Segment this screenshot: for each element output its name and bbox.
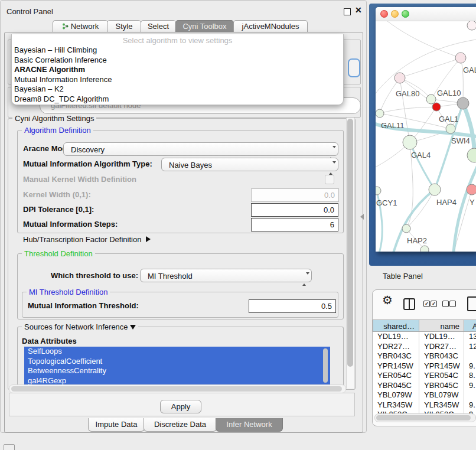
table-row[interactable]: YER054CYER054C8. bbox=[373, 371, 476, 381]
panel-splitter-arrow-icon[interactable] bbox=[360, 214, 364, 220]
svg-text:HAP4: HAP4 bbox=[436, 198, 457, 207]
popup-item[interactable]: Basic Correlation Inference bbox=[14, 56, 341, 66]
aracne-mode-combo[interactable]: Discovery bbox=[63, 142, 338, 156]
column-header-shared-name[interactable]: shared… bbox=[373, 319, 419, 332]
sources-title: Sources for Network Inference bbox=[24, 322, 128, 331]
hidden-algorithm-combo-fragment[interactable] bbox=[348, 58, 360, 77]
list-item-selected[interactable]: BetweennessCentrality bbox=[24, 366, 330, 376]
close-traffic-light-icon[interactable] bbox=[380, 10, 388, 18]
tab-discretize-data[interactable]: Discretize Data bbox=[144, 418, 217, 432]
hub-expander-label: Hub/Transcription Factor Definition bbox=[23, 235, 141, 244]
expander-collapsed-icon bbox=[146, 236, 151, 242]
cyni-algorithm-settings-title: Cyni Algorithm Settings bbox=[12, 114, 96, 123]
tab-infer-network[interactable]: Infer Network bbox=[216, 418, 283, 432]
column-header-partial[interactable]: A bbox=[464, 319, 476, 332]
tab-cyni-toolbox[interactable]: Cyni Toolbox bbox=[175, 20, 234, 32]
panel-title: Control Panel bbox=[6, 7, 53, 16]
node-swi4 bbox=[467, 148, 476, 162]
which-threshold-combo[interactable]: MI Threshold bbox=[140, 269, 312, 282]
node-partial-bottom bbox=[420, 246, 429, 252]
column-divider bbox=[464, 332, 464, 415]
close-icon[interactable]: ✕ bbox=[355, 5, 362, 15]
network-canvas[interactable]: GAL80 GAL10 GAL11 GAL1 SWI4 GAL4 GCY1 HA… bbox=[376, 21, 476, 252]
table-row[interactable]: YBR045CYBR045C9. bbox=[373, 381, 476, 391]
deselect-all-checkbox-icon[interactable] bbox=[449, 301, 456, 307]
kernel-width-input[interactable]: 0.0 bbox=[251, 188, 339, 202]
stepper-arrows-icon bbox=[302, 272, 307, 286]
which-threshold-value: MI Threshold bbox=[148, 272, 193, 281]
select-all-checkbox-icon[interactable]: ✓ bbox=[423, 301, 430, 307]
tab-jactivemnodules[interactable]: jActiveMNodules bbox=[233, 20, 308, 32]
tab-select-label: Select bbox=[148, 22, 169, 31]
data-attributes-label: Data Attributes bbox=[22, 337, 77, 346]
mi-threshold-label: Mutual Information Threshold: bbox=[28, 301, 139, 311]
list-item-selected[interactable]: SelfLoops bbox=[24, 347, 330, 357]
zoom-traffic-light-icon[interactable] bbox=[402, 10, 409, 18]
screen: Control Panel ✕ Network Style Select Cyn… bbox=[0, 0, 476, 450]
network-view-window: GAL80 GAL10 GAL11 GAL1 SWI4 GAL4 GCY1 HA… bbox=[376, 7, 476, 252]
node-gal1 bbox=[446, 124, 455, 133]
mi-threshold-input[interactable]: 0.5 bbox=[249, 299, 336, 313]
list-scrollbar[interactable] bbox=[323, 348, 328, 383]
node-gal4 bbox=[403, 135, 417, 149]
tab-impute-data[interactable]: Impute Data bbox=[88, 418, 145, 432]
popup-item[interactable]: Bayesian – K2 bbox=[14, 84, 341, 94]
node-hap4 bbox=[429, 184, 441, 195]
mi-steps-input[interactable]: 6 bbox=[251, 218, 338, 231]
table-row[interactable]: YBL079WYBL079W bbox=[373, 390, 476, 400]
mi-steps-label: Mutual Information Steps: bbox=[23, 220, 118, 229]
svg-text:Y: Y bbox=[470, 198, 475, 207]
svg-text:GAL4: GAL4 bbox=[411, 151, 431, 159]
svg-text:GAL10: GAL10 bbox=[437, 89, 461, 97]
minimized-panel-icon[interactable] bbox=[4, 444, 15, 450]
tab-select[interactable]: Select bbox=[141, 20, 176, 32]
list-item-selected[interactable]: TopologicalCoefficient bbox=[24, 357, 330, 367]
table-horizontal-scrollbar-thumb[interactable] bbox=[376, 415, 471, 420]
table-row[interactable]: YBR043CYBR043C bbox=[373, 351, 476, 361]
table-panel-window: ⚙ ✓ ✓ shared… name A YDL19…YDL19…13 YDR2… bbox=[372, 289, 476, 426]
network-node-labels: GAL80 GAL10 GAL11 GAL1 SWI4 GAL4 GCY1 HA… bbox=[376, 66, 476, 245]
dpi-tolerance-label: DPI Tolerance [0,1]: bbox=[23, 205, 94, 214]
table-row[interactable]: YDL19…YDL19…13 bbox=[373, 332, 476, 342]
mi-type-combo[interactable]: Naive Bayes bbox=[161, 158, 338, 171]
popup-item[interactable]: Bayesian – Hill Climbing bbox=[14, 45, 341, 56]
hub-expander[interactable]: Hub/Transcription Factor Definition bbox=[23, 235, 151, 244]
which-threshold-label: Which threshold to use: bbox=[51, 271, 138, 281]
node-gray bbox=[457, 97, 469, 109]
export-table-icon[interactable] bbox=[467, 296, 476, 311]
column-divider bbox=[419, 332, 419, 415]
table-row[interactable]: YPR145WYPR145W9. bbox=[373, 361, 476, 371]
table-row[interactable]: YLR345WYLR345W9. bbox=[373, 400, 476, 410]
dpi-tolerance-input[interactable]: 0.0 bbox=[251, 203, 338, 217]
algorithm-definition-title: Algorithm Definition bbox=[22, 126, 93, 135]
tab-style[interactable]: Style bbox=[107, 20, 141, 32]
tab-network-label: Network bbox=[71, 22, 99, 31]
manual-kernel-checkbox[interactable] bbox=[325, 175, 334, 184]
popup-item[interactable]: Dream8 DC_TDC Algorithm bbox=[14, 94, 341, 105]
node-gcy1 bbox=[376, 187, 381, 195]
mi-type-label: Mutual Information Algorithm Type: bbox=[23, 159, 152, 169]
aracne-mode-value: Discovery bbox=[71, 145, 105, 154]
node-gal-top bbox=[455, 53, 466, 63]
popup-item-selected[interactable]: ARACNE Algorithm bbox=[14, 65, 341, 75]
settings-horizontal-scrollbar-thumb[interactable] bbox=[11, 386, 342, 392]
select-all-checkbox-icon[interactable]: ✓ bbox=[431, 301, 437, 307]
network-window-titlebar[interactable] bbox=[376, 7, 476, 21]
float-window-icon[interactable] bbox=[344, 8, 351, 15]
node-salmon bbox=[467, 184, 476, 195]
popup-item[interactable]: Mutual Information Inference bbox=[14, 75, 341, 85]
tab-style-label: Style bbox=[116, 22, 133, 31]
node-gal11 bbox=[376, 109, 384, 118]
popup-prompt: Select algorithm to view settings bbox=[12, 36, 343, 45]
apply-button[interactable]: Apply bbox=[160, 400, 201, 413]
kernel-width-label: Kernel Width (0,1): bbox=[23, 190, 91, 200]
column-header-name[interactable]: name bbox=[419, 319, 464, 332]
minimize-traffic-light-icon[interactable] bbox=[391, 10, 399, 18]
settings-vertical-scrollbar-thumb[interactable] bbox=[347, 119, 353, 367]
gear-icon[interactable]: ⚙ bbox=[382, 293, 393, 307]
table-row[interactable]: YDR27…YDR27…12 bbox=[373, 342, 476, 352]
column-chooser-icon[interactable] bbox=[403, 298, 415, 310]
sources-expander[interactable]: Sources for Network Inference bbox=[22, 322, 138, 331]
tab-network[interactable]: Network bbox=[53, 20, 108, 32]
deselect-all-checkbox-icon[interactable] bbox=[442, 301, 449, 307]
